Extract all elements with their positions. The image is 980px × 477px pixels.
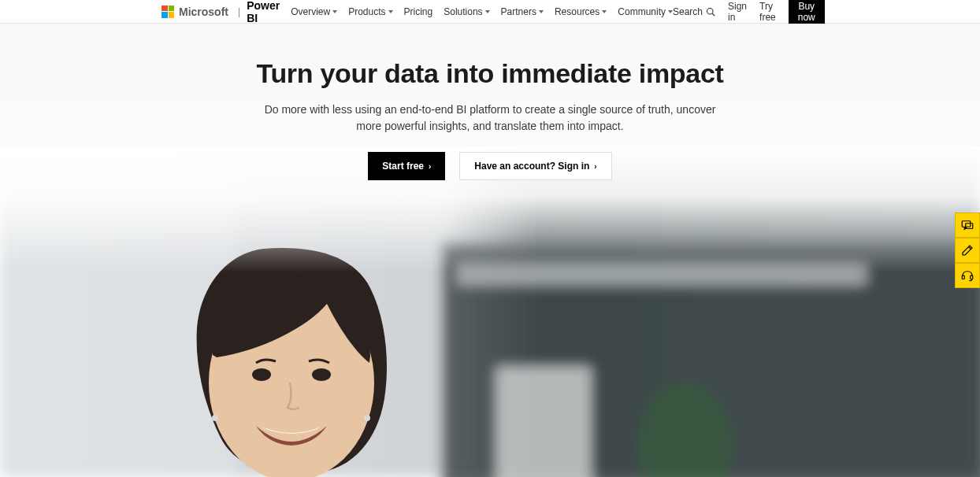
chevron-down-icon bbox=[332, 10, 337, 13]
edit-icon bbox=[960, 243, 974, 257]
chevron-down-icon bbox=[388, 10, 393, 13]
cta-primary-label: Start free bbox=[382, 161, 424, 172]
nav-label: Pricing bbox=[404, 6, 433, 17]
nav-partners[interactable]: Partners bbox=[501, 6, 544, 17]
nav-community[interactable]: Community bbox=[618, 6, 673, 17]
hero-ctas: Start free › Have an account? Sign in › bbox=[0, 152, 980, 180]
svg-rect-14 bbox=[966, 224, 973, 229]
start-free-button[interactable]: Start free › bbox=[368, 152, 445, 180]
feedback-rail-button[interactable] bbox=[955, 238, 980, 263]
tryfree-link[interactable]: Try free bbox=[759, 1, 776, 23]
svg-point-9 bbox=[252, 368, 271, 381]
nav-overview[interactable]: Overview bbox=[291, 6, 337, 17]
svg-rect-4 bbox=[457, 264, 867, 285]
svg-rect-16 bbox=[971, 275, 973, 279]
cta-secondary-label: Have an account? Sign in bbox=[474, 161, 589, 172]
microsoft-logo[interactable]: Microsoft bbox=[161, 6, 228, 18]
nav-label: Resources bbox=[555, 6, 600, 17]
chevron-down-icon bbox=[539, 10, 544, 13]
nav-label: Products bbox=[348, 6, 385, 17]
svg-point-11 bbox=[212, 415, 218, 421]
nav-label: Community bbox=[618, 6, 666, 17]
nav-resources[interactable]: Resources bbox=[555, 6, 607, 17]
chat-icon bbox=[960, 218, 974, 232]
search-label: Search bbox=[673, 6, 703, 17]
svg-rect-5 bbox=[496, 367, 591, 477]
support-rail-button[interactable] bbox=[955, 263, 980, 288]
nav-label: Partners bbox=[501, 6, 536, 17]
microsoft-logo-icon bbox=[161, 6, 174, 18]
hero-title: Turn your data into immediate impact bbox=[0, 58, 980, 89]
chat-rail-button[interactable] bbox=[955, 213, 980, 238]
hero-image bbox=[0, 146, 980, 477]
chevron-right-icon: › bbox=[429, 162, 431, 171]
microsoft-brand-text: Microsoft bbox=[179, 6, 228, 18]
search-link[interactable]: Search bbox=[673, 6, 715, 17]
svg-point-12 bbox=[364, 415, 370, 421]
search-icon bbox=[706, 7, 715, 17]
side-rail bbox=[955, 213, 980, 288]
global-header: Microsoft | Power BI Overview Products P… bbox=[0, 0, 980, 24]
svg-point-0 bbox=[707, 8, 714, 14]
signin-link[interactable]: Sign in bbox=[728, 1, 747, 23]
brand-divider: | bbox=[238, 6, 240, 17]
hero-content: Turn your data into immediate impact Do … bbox=[0, 24, 980, 180]
signin-button[interactable]: Have an account? Sign in › bbox=[459, 152, 611, 180]
nav-products[interactable]: Products bbox=[348, 6, 392, 17]
nav-pricing[interactable]: Pricing bbox=[404, 6, 433, 17]
nav-label: Overview bbox=[291, 6, 330, 17]
nav-label: Solutions bbox=[444, 6, 482, 17]
svg-line-1 bbox=[712, 13, 715, 16]
hero-subtitle: Do more with less using an end-to-end BI… bbox=[262, 102, 718, 135]
chevron-down-icon bbox=[485, 10, 490, 13]
support-icon bbox=[960, 268, 974, 283]
main-nav: Overview Products Pricing Solutions Part… bbox=[291, 6, 673, 17]
chevron-right-icon: › bbox=[594, 162, 596, 171]
svg-point-10 bbox=[312, 368, 331, 381]
chevron-down-icon bbox=[602, 10, 607, 13]
product-name[interactable]: Power BI bbox=[247, 0, 280, 24]
svg-rect-15 bbox=[962, 275, 964, 279]
nav-solutions[interactable]: Solutions bbox=[444, 6, 489, 17]
svg-rect-13 bbox=[962, 221, 971, 227]
hero-section: Turn your data into immediate impact Do … bbox=[0, 24, 980, 477]
